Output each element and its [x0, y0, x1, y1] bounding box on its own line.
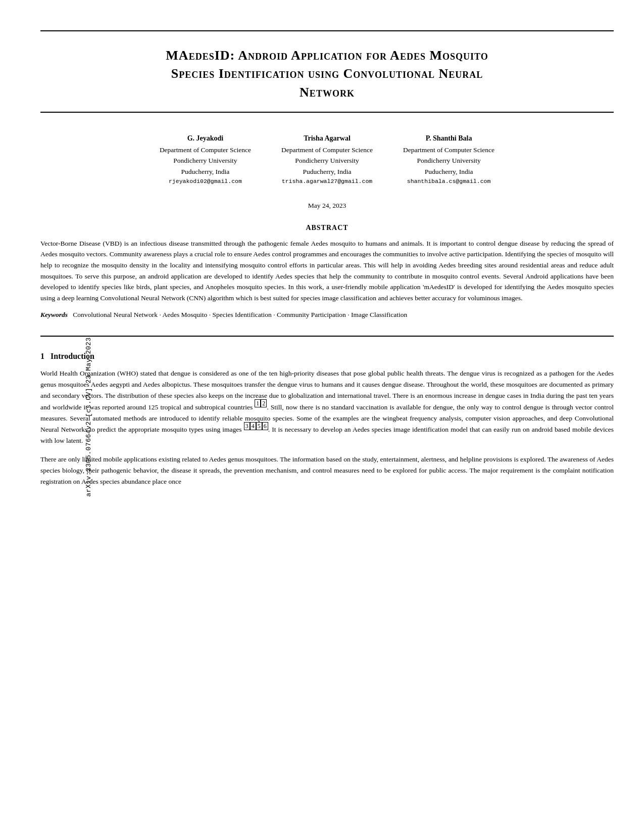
author-3-email: shanthibala.cs@gmail.com — [403, 177, 494, 186]
author-2-name: Trisha Agarwal — [281, 133, 373, 144]
abstract-body: Vector-Borne Disease (VBD) is an infecti… — [40, 238, 614, 304]
intro-paragraph-1: World Health Organization (WHO) stated t… — [40, 368, 614, 447]
author-3: P. Shanthi Bala Department of Computer S… — [403, 133, 494, 187]
author-2-loc: Puducherry, India — [281, 166, 373, 177]
paper-date: May 24, 2023 — [308, 202, 346, 209]
author-1-uni: Pondicherry University — [160, 155, 251, 166]
author-1-name: G. Jeyakodi — [160, 133, 251, 144]
author-3-loc: Puducherry, India — [403, 166, 494, 177]
content-area: MAedesID: Android Application for Aedes … — [40, 30, 614, 488]
cite-1: 1 — [255, 399, 261, 407]
intro-paragraph-2: There are only limited mobile applicatio… — [40, 454, 614, 488]
author-1-email: rjeyakodi02@gmail.com — [160, 177, 251, 186]
intro-section: 1 Introduction World Health Organization… — [40, 352, 614, 488]
section-1-heading: 1 Introduction — [40, 352, 614, 361]
section-divider — [40, 336, 614, 337]
author-2-uni: Pondicherry University — [281, 155, 373, 166]
cite-3: 3 — [244, 422, 250, 430]
keywords-line: Keywords Convolutional Neural Network · … — [40, 309, 614, 320]
cite-4: 4 — [250, 422, 256, 430]
author-2-dept: Department of Computer Science — [281, 145, 373, 156]
author-2-email: trisha.agarwal27@gmail.com — [281, 177, 373, 186]
author-1: G. Jeyakodi Department of Computer Scien… — [160, 133, 251, 187]
keywords-label: Keywords — [40, 311, 68, 318]
cite-2: 2 — [261, 399, 267, 407]
abstract-title: ABSTRACT — [40, 224, 614, 232]
author-2: Trisha Agarwal Department of Computer Sc… — [281, 133, 373, 187]
title-section: MAedesID: Android Application for Aedes … — [40, 30, 614, 113]
cite-6: 6 — [262, 422, 268, 430]
paper-title: MAedesID: Android Application for Aedes … — [40, 47, 614, 102]
title-line3: Network — [300, 85, 355, 100]
title-line2: Species Identification using Convolution… — [171, 66, 483, 81]
title-line1: MAedesID: Android Application for Aedes … — [166, 48, 488, 63]
author-3-uni: Pondicherry University — [403, 155, 494, 166]
author-1-loc: Puducherry, India — [160, 166, 251, 177]
keywords-text: Convolutional Neural Network · Aedes Mos… — [73, 311, 407, 318]
author-3-name: P. Shanthi Bala — [403, 133, 494, 144]
arxiv-label: arXiv:2305.07664v2 [cs.CV] 23 May 2023 — [85, 337, 92, 496]
cite-5: 5 — [256, 422, 262, 430]
keywords-sep — [69, 311, 71, 318]
author-1-dept: Department of Computer Science — [160, 145, 251, 156]
author-3-dept: Department of Computer Science — [403, 145, 494, 156]
abstract-section: ABSTRACT Vector-Borne Disease (VBD) is a… — [40, 224, 614, 320]
date-section: May 24, 2023 — [40, 202, 614, 210]
page: arXiv:2305.07664v2 [cs.CV] 23 May 2023 M… — [0, 0, 644, 834]
section-1-number: 1 — [40, 352, 44, 360]
authors-section: G. Jeyakodi Department of Computer Scien… — [40, 133, 614, 187]
